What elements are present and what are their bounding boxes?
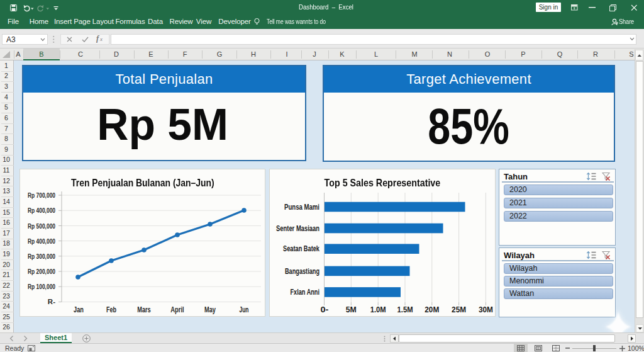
svg-text:Bangastiang: Bangastiang xyxy=(285,267,319,276)
svg-text:Jan: Jan xyxy=(74,305,84,314)
svg-text:Jun: Jun xyxy=(240,305,249,314)
svg-text:Rp 300,000: Rp 300,000 xyxy=(28,253,55,260)
svg-text:Senter Masiaan: Senter Masiaan xyxy=(276,224,319,233)
svg-text:May: May xyxy=(204,305,216,314)
svg-text:Fxlan Anni: Fxlan Anni xyxy=(291,288,320,297)
svg-text:Rp 100,000: Rp 100,000 xyxy=(28,283,55,290)
svg-text:Rp 400,000: Rp 400,000 xyxy=(28,237,55,245)
svg-text:April: April xyxy=(170,305,184,314)
svg-text:Punsa Mami: Punsa Mami xyxy=(284,203,319,212)
svg-text:0-: 0- xyxy=(321,305,329,314)
svg-text:25M: 25M xyxy=(452,305,466,314)
svg-text:Rp 200,000: Rp 200,000 xyxy=(28,268,55,275)
svg-text:20M: 20M xyxy=(425,305,439,314)
svg-text:1.5M: 1.5M xyxy=(397,305,413,314)
svg-text:5M: 5M xyxy=(346,305,357,314)
svg-text:Rp 700,000: Rp 700,000 xyxy=(28,191,55,199)
svg-text:1.0M: 1.0M xyxy=(370,305,386,314)
svg-text:Feb: Feb xyxy=(106,305,116,314)
svg-text:Rp 500,000: Rp 500,000 xyxy=(28,222,55,230)
svg-text:Mars: Mars xyxy=(137,305,151,314)
svg-text:30M: 30M xyxy=(479,305,493,314)
svg-text:R-: R- xyxy=(48,298,55,305)
svg-text:Rp 400,000: Rp 400,000 xyxy=(28,207,55,214)
svg-text:Seatan Batek: Seatan Batek xyxy=(283,244,319,253)
